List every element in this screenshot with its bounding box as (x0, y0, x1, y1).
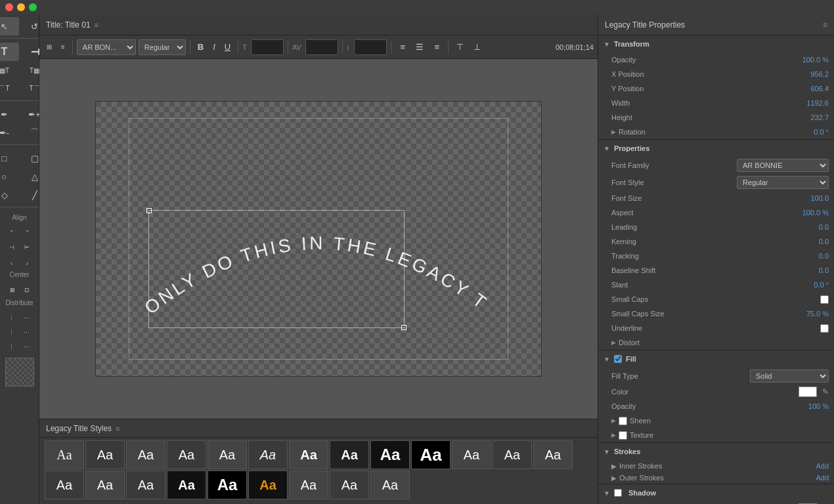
align-ml[interactable]: ⊣ (5, 241, 18, 254)
align-right-btn[interactable]: ≡ (429, 40, 444, 54)
dist-4[interactable]: ⋯ (20, 326, 33, 339)
diamond-tool[interactable]: ◇ (0, 186, 19, 204)
fill-enabled-checkbox[interactable] (614, 355, 622, 363)
style-item-14[interactable]: Aa (45, 471, 84, 499)
dist-5[interactable]: ⋮ (5, 341, 18, 354)
thumbnail-view-btn[interactable]: ⊞ (43, 39, 55, 55)
style-item-13[interactable]: Aa (533, 440, 573, 469)
fill-eyedropper[interactable]: ✎ (822, 387, 829, 396)
style-item-11[interactable]: Aa (452, 440, 491, 469)
font-family-prop-select[interactable]: AR BONNIE (737, 159, 829, 172)
styles-menu-icon[interactable]: ≡ (116, 425, 120, 432)
small-caps-size-value[interactable]: 75.0 % (789, 310, 829, 318)
close-button[interactable] (5, 3, 13, 11)
font-family-dropdown[interactable]: AR BONNIE (737, 159, 829, 172)
dist-3[interactable]: ⋮ (5, 326, 18, 339)
transform-section-header[interactable]: ▼ Transform (598, 35, 834, 52)
style-item-15[interactable]: Aa (85, 471, 125, 499)
list-view-btn[interactable]: ≡ (58, 39, 68, 55)
canvas-background[interactable]: YOU CAN ONLY DO THIS IN THE LEGACY TITLE… (95, 101, 542, 377)
aspect-value[interactable]: 100.0 % (789, 209, 829, 217)
kerning-input[interactable]: 0.0 (305, 39, 338, 55)
height-value[interactable]: 232.7 (789, 114, 829, 121)
small-caps-checkbox[interactable] (820, 295, 829, 304)
style-item-10[interactable]: Aa (411, 440, 450, 469)
style-item-5[interactable]: Aa (208, 440, 247, 469)
style-item-9[interactable]: Aa (370, 440, 410, 469)
style-item-16[interactable]: Aa (126, 471, 165, 499)
shadow-section-header[interactable]: ▼ Shadow (598, 484, 834, 501)
font-style-prop-select[interactable]: Regular (737, 176, 829, 189)
bold-btn[interactable]: B (194, 39, 207, 55)
style-item-20[interactable]: Aa (289, 471, 328, 499)
fill-type-select[interactable]: Solid (750, 369, 829, 383)
fill-type-dropdown[interactable]: Solid (750, 369, 829, 383)
style-item-3[interactable]: Aa (126, 440, 165, 469)
texture-checkbox[interactable] (619, 431, 627, 440)
dist-2[interactable]: ⋯ (20, 312, 33, 325)
panel-menu-icon[interactable]: ≡ (95, 21, 99, 29)
style-item-17[interactable]: Aa (167, 471, 206, 499)
properties-section-header[interactable]: ▼ Properties (598, 140, 834, 157)
leading-value[interactable]: 0.0 (789, 223, 829, 231)
align-bl[interactable]: ⌞ (5, 255, 18, 268)
leading-input[interactable]: 0.0 (354, 39, 387, 55)
dist-1[interactable]: ⋮ (5, 312, 18, 325)
ypos-value[interactable]: 606.4 (789, 85, 829, 93)
rotation-value[interactable]: 0.0 ° (789, 128, 829, 136)
font-size-value[interactable]: 100.0 (789, 194, 829, 202)
kerning-value[interactable]: 0.0 (789, 238, 829, 245)
font-style-dropdown[interactable]: Regular (737, 176, 829, 189)
font-family-select[interactable]: AR BON... (77, 39, 136, 55)
slant-value[interactable]: 0.0 ° (789, 281, 829, 289)
delete-anchor-tool[interactable]: ✒- (0, 123, 19, 142)
align-top-btn[interactable]: ⊤ (452, 40, 467, 54)
area-text-tool[interactable]: ▦T (0, 61, 19, 79)
underline-btn[interactable]: U (221, 39, 234, 55)
style-item-2[interactable]: Aa (85, 440, 125, 469)
ellipse-tool[interactable]: ○ (0, 167, 19, 186)
center-v[interactable]: ⊡ (20, 284, 33, 297)
style-item-1[interactable]: Aa (45, 440, 84, 469)
align-middle-btn[interactable]: ⊥ (470, 40, 484, 54)
style-item-21[interactable]: Aa (330, 471, 369, 499)
underline-checkbox[interactable] (820, 324, 829, 333)
align-tr[interactable]: ⌝ (20, 226, 33, 240)
inner-strokes-add[interactable]: Add (816, 462, 829, 470)
rp-menu-icon[interactable]: ≡ (823, 20, 827, 30)
style-item-18[interactable]: Aa (208, 471, 247, 499)
center-h[interactable]: ⊠ (6, 284, 19, 297)
style-item-19[interactable]: Aa (248, 471, 288, 499)
fill-opacity-value[interactable]: 100 % (789, 402, 829, 410)
baseline-shift-value[interactable]: 0.0 (789, 266, 829, 274)
style-item-7[interactable]: Aa (289, 440, 328, 469)
path-text-tool[interactable]: ⌒T (0, 79, 19, 98)
style-item-6[interactable]: Aa (248, 440, 288, 469)
align-center-btn[interactable]: ☰ (412, 40, 427, 54)
tracking-value[interactable]: 0.0 (789, 252, 829, 260)
style-item-4[interactable]: Aa (167, 440, 206, 469)
align-tl[interactable]: ⌜ (5, 226, 18, 240)
style-item-8[interactable]: Aa (330, 440, 369, 469)
font-size-input[interactable]: 100.0 (251, 39, 284, 55)
dist-6[interactable]: ⋯ (20, 341, 33, 354)
italic-btn[interactable]: I (209, 39, 219, 55)
minimize-button[interactable] (17, 3, 25, 11)
select-tool[interactable]: ↖ (0, 17, 19, 35)
pen-tool[interactable]: ✒ (0, 105, 19, 123)
align-left-btn[interactable]: ≡ (395, 40, 410, 54)
fill-color-swatch[interactable] (799, 387, 817, 397)
xpos-value[interactable]: 956.2 (789, 70, 829, 78)
style-item-12[interactable]: Aa (493, 440, 532, 469)
shadow-enabled-checkbox[interactable] (614, 489, 622, 497)
text-tool[interactable]: T (0, 43, 19, 61)
style-item-22[interactable]: Aa (370, 471, 410, 499)
strokes-section-header[interactable]: ▼ Strokes (598, 443, 834, 460)
sheen-checkbox[interactable] (619, 417, 627, 425)
rectangle-tool[interactable]: □ (0, 149, 19, 167)
width-value[interactable]: 1192.6 (789, 99, 829, 107)
font-style-select[interactable]: Regular (139, 39, 186, 55)
opacity-value[interactable]: 100.0 % (789, 56, 829, 64)
outer-strokes-add[interactable]: Add (816, 474, 829, 482)
maximize-button[interactable] (29, 3, 37, 11)
